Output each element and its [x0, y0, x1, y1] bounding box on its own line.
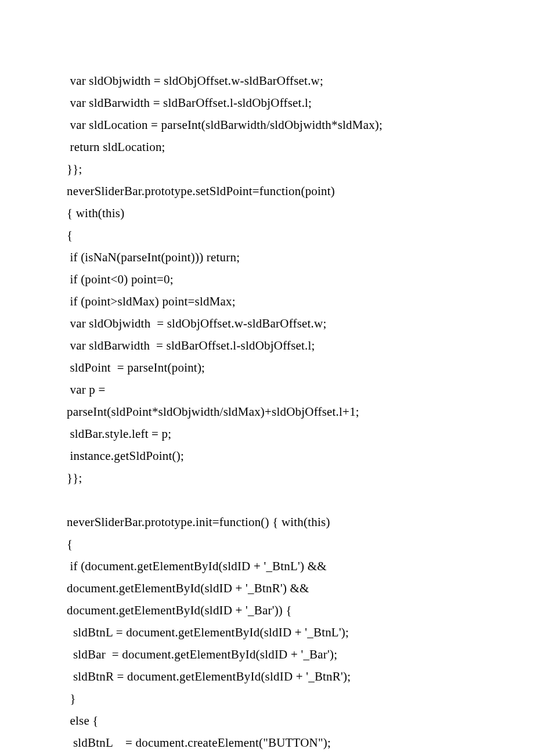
code-line: document.getElementById(sldID + '_Bar'))…: [67, 599, 467, 621]
code-line: }: [67, 687, 467, 710]
code-line: if (point<0) point=0;: [67, 268, 467, 290]
code-line: if (point>sldMax) point=sldMax;: [67, 290, 467, 312]
code-line: }};: [67, 467, 467, 489]
code-line: sldBar = document.getElementById(sldID +…: [67, 643, 467, 665]
code-line: sldBtnR = document.getElementById(sldID …: [67, 665, 467, 687]
code-line: var sldBarwidth = sldBarOffset.l-sldObjO…: [67, 92, 467, 114]
code-line: var sldLocation = parseInt(sldBarwidth/s…: [67, 114, 467, 136]
code-line: sldPoint = parseInt(point);: [67, 357, 467, 379]
code-line: sldBtnL = document.createElement("BUTTON…: [67, 732, 467, 754]
code-line: var sldBarwidth = sldBarOffset.l-sldObjO…: [67, 334, 467, 357]
code-line: var sldObjwidth = sldObjOffset.w-sldBarO…: [67, 312, 467, 334]
code-line: else {: [67, 710, 467, 732]
code-line: {: [67, 224, 467, 246]
code-line: {: [67, 533, 467, 555]
code-line: if (isNaN(parseInt(point))) return;: [67, 246, 467, 268]
code-block: var sldObjwidth = sldObjOffset.w-sldBarO…: [67, 70, 467, 754]
code-line: if (document.getElementById(sldID + '_Bt…: [67, 555, 467, 577]
code-line: parseInt(sldPoint*sldObjwidth/sldMax)+sl…: [67, 401, 467, 423]
code-line: neverSliderBar.prototype.setSldPoint=fun…: [67, 180, 467, 202]
code-line: { with(this): [67, 202, 467, 224]
code-line: }};: [67, 158, 467, 180]
code-line: sldBar.style.left = p;: [67, 423, 467, 445]
code-line: return sldLocation;: [67, 136, 467, 158]
code-line: var p =: [67, 379, 467, 401]
code-line: neverSliderBar.prototype.init=function()…: [67, 511, 467, 533]
code-line: [67, 489, 467, 511]
code-line: instance.getSldPoint();: [67, 445, 467, 467]
code-line: sldBtnL = document.getElementById(sldID …: [67, 621, 467, 643]
code-line: var sldObjwidth = sldObjOffset.w-sldBarO…: [67, 70, 467, 92]
code-line: document.getElementById(sldID + '_BtnR')…: [67, 577, 467, 599]
